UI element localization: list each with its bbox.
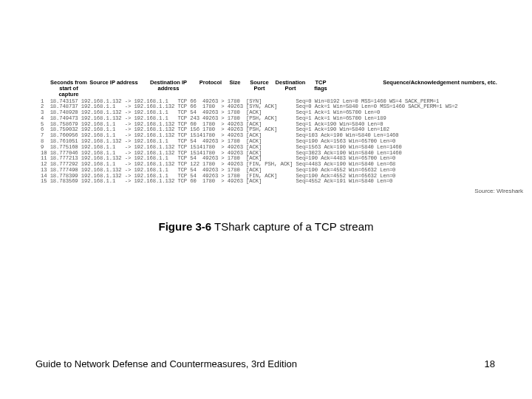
tshark-capture-figure: Seconds from start of capture Source IP … [41, 80, 525, 194]
col-header-num [41, 80, 50, 98]
col-header-size: Size [224, 80, 246, 98]
footer-book-title: Guide to Network Defense and Countermeas… [35, 358, 297, 369]
col-header-tcp-flags: TCP flags [308, 80, 333, 98]
source-credit: Source: Wireshark [41, 188, 525, 194]
col-header-src-ip: Source IP address [88, 80, 140, 98]
figure-caption: Figure 3-6 TShark capture of a TCP strea… [0, 220, 532, 233]
col-header-dst-ip: Destination IP address [140, 80, 197, 98]
col-header-seconds: Seconds from start of capture [50, 80, 88, 98]
table-header-row: Seconds from start of capture Source IP … [41, 80, 525, 99]
col-header-dst-port: Destination Port [273, 80, 308, 98]
col-header-src-port: Source Port [246, 80, 273, 98]
figure-caption-text: TShark capture of a TCP stream [211, 220, 373, 233]
col-header-seq-ack: Sequence/Acknowledgement numbers, etc. [355, 80, 525, 98]
packet-rows: 1 18.743157 192.168.1.132 -> 192.168.1.1… [41, 99, 525, 185]
figure-label: Figure 3-6 [159, 220, 212, 233]
footer-page-number: 18 [485, 358, 495, 369]
col-header-protocol: Protocol [197, 80, 224, 98]
